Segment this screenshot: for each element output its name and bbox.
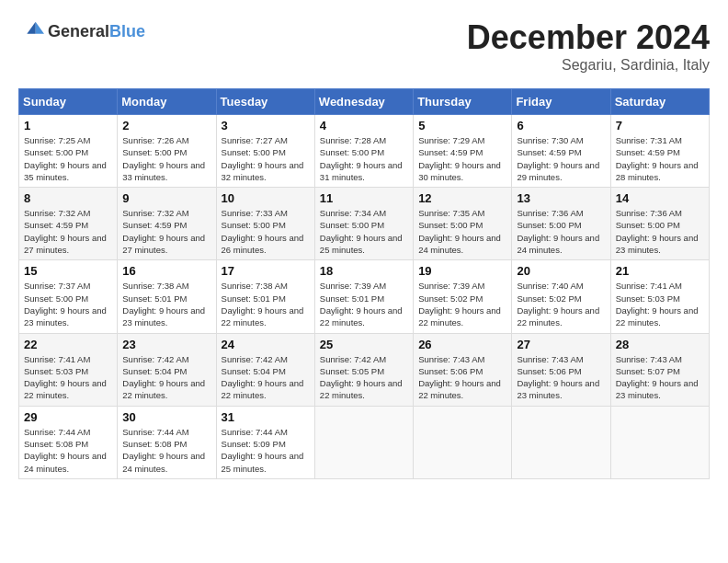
day-detail: Sunrise: 7:43 AM Sunset: 5:06 PM Dayligh… [418, 353, 506, 402]
day-detail: Sunrise: 7:30 AM Sunset: 4:59 PM Dayligh… [517, 134, 605, 183]
day-detail: Sunrise: 7:37 AM Sunset: 5:00 PM Dayligh… [24, 280, 112, 328]
table-row: 14 Sunrise: 7:36 AM Sunset: 5:00 PM Dayl… [610, 188, 709, 260]
table-row: 24 Sunrise: 7:42 AM Sunset: 5:04 PM Dayl… [216, 333, 314, 406]
day-detail: Sunrise: 7:36 AM Sunset: 5:00 PM Dayligh… [517, 207, 605, 256]
month-title: December 2024 [467, 18, 710, 57]
svg-marker-1 [27, 22, 35, 34]
day-number: 27 [517, 338, 605, 351]
calendar-row: 15 Sunrise: 7:37 AM Sunset: 5:00 PM Dayl… [19, 260, 710, 333]
table-row: 5 Sunrise: 7:29 AM Sunset: 4:59 PM Dayli… [414, 115, 512, 188]
day-number: 23 [122, 338, 210, 351]
day-detail: Sunrise: 7:28 AM Sunset: 5:00 PM Dayligh… [320, 134, 408, 183]
col-sunday: Sunday [19, 89, 118, 115]
calendar-row: 8 Sunrise: 7:32 AM Sunset: 4:59 PM Dayli… [19, 188, 710, 260]
day-detail: Sunrise: 7:44 AM Sunset: 5:08 PM Dayligh… [24, 426, 112, 475]
day-number: 24 [222, 338, 310, 351]
day-detail: Sunrise: 7:44 AM Sunset: 5:09 PM Dayligh… [222, 426, 310, 475]
day-number: 3 [222, 119, 310, 132]
day-detail: Sunrise: 7:31 AM Sunset: 4:59 PM Dayligh… [616, 134, 704, 183]
table-row: 3 Sunrise: 7:27 AM Sunset: 5:00 PM Dayli… [216, 115, 314, 188]
day-number: 6 [517, 119, 605, 132]
day-detail: Sunrise: 7:39 AM Sunset: 5:02 PM Dayligh… [418, 280, 506, 328]
calendar-row: 29 Sunrise: 7:44 AM Sunset: 5:08 PM Dayl… [19, 406, 710, 478]
col-wednesday: Wednesday [314, 89, 413, 115]
day-number: 8 [24, 191, 112, 205]
table-row: 7 Sunrise: 7:31 AM Sunset: 4:59 PM Dayli… [610, 115, 709, 188]
location-title: Segariu, Sardinia, Italy [467, 57, 710, 74]
day-detail: Sunrise: 7:38 AM Sunset: 5:01 PM Dayligh… [122, 280, 210, 328]
day-number: 19 [418, 264, 506, 278]
day-detail: Sunrise: 7:36 AM Sunset: 5:00 PM Dayligh… [616, 207, 704, 256]
day-detail: Sunrise: 7:42 AM Sunset: 5:04 PM Dayligh… [122, 353, 210, 402]
day-number: 12 [418, 191, 506, 205]
col-tuesday: Tuesday [216, 89, 314, 115]
table-row: 12 Sunrise: 7:35 AM Sunset: 5:00 PM Dayl… [414, 188, 512, 260]
table-row: 20 Sunrise: 7:40 AM Sunset: 5:02 PM Dayl… [512, 260, 610, 333]
col-thursday: Thursday [414, 89, 512, 115]
table-row: 23 Sunrise: 7:42 AM Sunset: 5:04 PM Dayl… [118, 333, 216, 406]
day-detail: Sunrise: 7:29 AM Sunset: 4:59 PM Dayligh… [418, 134, 506, 183]
day-detail: Sunrise: 7:42 AM Sunset: 5:04 PM Dayligh… [222, 353, 310, 402]
day-number: 15 [24, 264, 112, 278]
table-row: 11 Sunrise: 7:34 AM Sunset: 5:00 PM Dayl… [314, 188, 413, 260]
calendar-row: 1 Sunrise: 7:25 AM Sunset: 5:00 PM Dayli… [19, 115, 710, 188]
table-row: 13 Sunrise: 7:36 AM Sunset: 5:00 PM Dayl… [512, 188, 610, 260]
table-row: 19 Sunrise: 7:39 AM Sunset: 5:02 PM Dayl… [414, 260, 512, 333]
table-row: 21 Sunrise: 7:41 AM Sunset: 5:03 PM Dayl… [610, 260, 709, 333]
table-row: 18 Sunrise: 7:39 AM Sunset: 5:01 PM Dayl… [314, 260, 413, 333]
table-row: 29 Sunrise: 7:44 AM Sunset: 5:08 PM Dayl… [19, 406, 118, 478]
day-number: 26 [418, 338, 506, 351]
day-detail: Sunrise: 7:40 AM Sunset: 5:02 PM Dayligh… [517, 280, 605, 328]
day-detail: Sunrise: 7:42 AM Sunset: 5:05 PM Dayligh… [320, 353, 408, 402]
day-number: 5 [418, 119, 506, 132]
day-number: 30 [122, 410, 210, 424]
day-number: 10 [222, 191, 310, 205]
day-detail: Sunrise: 7:27 AM Sunset: 5:00 PM Dayligh… [222, 134, 310, 183]
day-detail: Sunrise: 7:34 AM Sunset: 5:00 PM Dayligh… [320, 207, 408, 256]
day-detail: Sunrise: 7:32 AM Sunset: 4:59 PM Dayligh… [24, 207, 112, 256]
day-number: 28 [616, 338, 704, 351]
table-row [314, 406, 413, 478]
day-number: 13 [517, 191, 605, 205]
day-number: 14 [616, 191, 704, 205]
table-row: 15 Sunrise: 7:37 AM Sunset: 5:00 PM Dayl… [19, 260, 118, 333]
day-number: 29 [24, 410, 112, 424]
day-number: 1 [24, 119, 112, 132]
table-row: 8 Sunrise: 7:32 AM Sunset: 4:59 PM Dayli… [19, 188, 118, 260]
table-row: 16 Sunrise: 7:38 AM Sunset: 5:01 PM Dayl… [118, 260, 216, 333]
day-number: 20 [517, 264, 605, 278]
table-row: 6 Sunrise: 7:30 AM Sunset: 4:59 PM Dayli… [512, 115, 610, 188]
day-number: 18 [320, 264, 408, 278]
day-detail: Sunrise: 7:43 AM Sunset: 5:06 PM Dayligh… [517, 353, 605, 402]
day-number: 17 [222, 264, 310, 278]
table-row: 25 Sunrise: 7:42 AM Sunset: 5:05 PM Dayl… [314, 333, 413, 406]
calendar-row: 22 Sunrise: 7:41 AM Sunset: 5:03 PM Dayl… [19, 333, 710, 406]
day-number: 25 [320, 338, 408, 351]
day-detail: Sunrise: 7:25 AM Sunset: 5:00 PM Dayligh… [24, 134, 112, 183]
table-row: 9 Sunrise: 7:32 AM Sunset: 4:59 PM Dayli… [118, 188, 216, 260]
table-row: 4 Sunrise: 7:28 AM Sunset: 5:00 PM Dayli… [314, 115, 413, 188]
day-detail: Sunrise: 7:41 AM Sunset: 5:03 PM Dayligh… [24, 353, 112, 402]
calendar-table: Sunday Monday Tuesday Wednesday Thursday… [18, 88, 710, 479]
day-number: 9 [122, 191, 210, 205]
title-block: December 2024 Segariu, Sardinia, Italy [467, 18, 710, 74]
day-detail: Sunrise: 7:44 AM Sunset: 5:08 PM Dayligh… [122, 426, 210, 475]
table-row: 10 Sunrise: 7:33 AM Sunset: 5:00 PM Dayl… [216, 188, 314, 260]
table-row: 17 Sunrise: 7:38 AM Sunset: 5:01 PM Dayl… [216, 260, 314, 333]
day-detail: Sunrise: 7:32 AM Sunset: 4:59 PM Dayligh… [122, 207, 210, 256]
col-saturday: Saturday [610, 89, 709, 115]
table-row: 26 Sunrise: 7:43 AM Sunset: 5:06 PM Dayl… [414, 333, 512, 406]
col-friday: Friday [512, 89, 610, 115]
day-detail: Sunrise: 7:43 AM Sunset: 5:07 PM Dayligh… [616, 353, 704, 402]
day-number: 22 [24, 338, 112, 351]
table-row: 1 Sunrise: 7:25 AM Sunset: 5:00 PM Dayli… [19, 115, 118, 188]
table-row [610, 406, 709, 478]
table-row [512, 406, 610, 478]
day-number: 7 [616, 119, 704, 132]
page-header: GeneralBlue December 2024 Segariu, Sardi… [18, 18, 710, 74]
table-row: 31 Sunrise: 7:44 AM Sunset: 5:09 PM Dayl… [216, 406, 314, 478]
day-number: 11 [320, 191, 408, 205]
table-row: 2 Sunrise: 7:26 AM Sunset: 5:00 PM Dayli… [118, 115, 216, 188]
day-detail: Sunrise: 7:33 AM Sunset: 5:00 PM Dayligh… [222, 207, 310, 256]
day-detail: Sunrise: 7:35 AM Sunset: 5:00 PM Dayligh… [418, 207, 506, 256]
